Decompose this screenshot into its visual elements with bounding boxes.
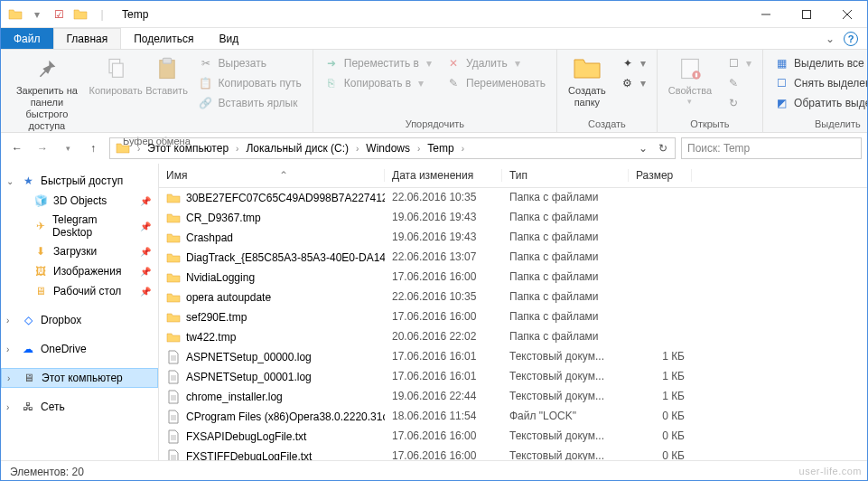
selectall-button[interactable]: ▦Выделить все	[770, 54, 868, 72]
copy-button[interactable]: Копировать	[91, 52, 141, 134]
forward-button[interactable]: →	[32, 137, 53, 159]
breadcrumb-seg[interactable]: Windows	[362, 142, 414, 155]
tree-quickaccess[interactable]: ⌄★Быстрый доступ	[1, 171, 158, 191]
table-row[interactable]: opera autoupdate22.06.2016 10:35Папка с …	[159, 288, 867, 307]
cell-size: 1 КБ	[629, 349, 692, 365]
easyaccess-button[interactable]: ⚙▾	[617, 74, 649, 92]
table-row[interactable]: Crashpad19.06.2016 19:43Папка с файлами	[159, 228, 867, 248]
cell-name: ASPNETSetup_00001.log	[159, 369, 385, 385]
tree-onedrive[interactable]: ›☁OneDrive	[1, 339, 158, 359]
chevron-right-icon[interactable]: ›	[234, 144, 240, 154]
window-controls	[745, 1, 867, 28]
newfolder-button[interactable]: Создать папку	[563, 52, 611, 117]
cell-name: NvidiaLogging	[159, 269, 385, 286]
copypath-button[interactable]: 📋Копировать путь	[195, 74, 305, 92]
newitem-button[interactable]: ✦▾	[617, 54, 649, 72]
chevron-right-icon[interactable]: ›	[6, 316, 15, 325]
pin-button[interactable]: Закрепить на панели быстрого доступа	[6, 52, 88, 134]
properties-button[interactable]: Свойства ▾	[663, 52, 717, 117]
cut-button[interactable]: ✂Вырезать	[195, 54, 305, 72]
invert-button[interactable]: ◩Обратить выделение	[770, 94, 868, 112]
sidebar-item[interactable]: ✈Telegram Desktop📌	[1, 211, 158, 241]
back-button[interactable]: ←	[6, 137, 28, 159]
status-bar: Элементов: 20	[1, 460, 867, 481]
pasteshortcut-button[interactable]: 🔗Вставить ярлык	[195, 94, 305, 112]
folder-icon: ✈	[33, 219, 47, 233]
sidebar-item[interactable]: 🖼Изображения📌	[1, 261, 158, 281]
maximize-button[interactable]	[786, 1, 826, 28]
properties-icon	[676, 54, 705, 83]
breadcrumb-seg[interactable]: Локальный диск (C:)	[242, 142, 352, 155]
breadcrumb-seg[interactable]: Этот компьютер	[144, 142, 232, 155]
delete-button[interactable]: ✕Удалить▾	[443, 54, 549, 72]
paste-icon	[153, 54, 182, 83]
table-row[interactable]: ASPNETSetup_00001.log17.06.2016 16:01Тек…	[159, 367, 867, 387]
up-button[interactable]: ↑	[82, 137, 104, 159]
table-row[interactable]: tw422.tmp20.06.2016 22:02Папка с файлами	[159, 327, 867, 347]
chevron-right-icon[interactable]: ›	[6, 344, 15, 354]
help-icon[interactable]: ?	[844, 32, 858, 46]
cell-date: 17.06.2016 16:00	[385, 309, 502, 325]
ribbon-expand-icon[interactable]: ⌄	[826, 33, 835, 45]
refresh-button[interactable]: ↻	[653, 142, 673, 155]
table-row[interactable]: NvidiaLogging17.06.2016 16:00Папка с фай…	[159, 268, 867, 288]
chevron-right-icon[interactable]: ›	[135, 144, 142, 154]
moveto-button[interactable]: ➜Переместить в▾	[321, 54, 435, 72]
history-button[interactable]: ↻	[723, 94, 755, 112]
tab-file[interactable]: Файл	[1, 28, 53, 49]
tree-network[interactable]: ›🖧Сеть	[1, 397, 158, 417]
minimize-button[interactable]	[745, 1, 786, 28]
search-input[interactable]: Поиск: Temp	[681, 137, 862, 159]
table-row[interactable]: FXSTIFFDebugLogFile.txt17.06.2016 16:00Т…	[159, 447, 867, 460]
cell-date: 17.06.2016 16:00	[385, 269, 502, 286]
chevron-right-icon[interactable]: ›	[7, 373, 16, 383]
tab-home[interactable]: Главная	[53, 28, 122, 49]
file-icon	[166, 449, 181, 460]
file-icon	[166, 429, 181, 444]
table-row[interactable]: chrome_installer.log19.06.2016 22:44Текс…	[159, 387, 867, 407]
selectnone-button[interactable]: ☐Снять выделение	[770, 74, 868, 92]
col-type[interactable]: Тип	[502, 169, 629, 182]
chevron-right-icon[interactable]: ›	[354, 144, 360, 154]
tree-thispc[interactable]: ›🖥Этот компьютер	[1, 368, 158, 388]
chevron-down-icon[interactable]: ⌄	[6, 176, 15, 186]
folder-icon	[71, 5, 89, 24]
ribbon: Закрепить на панели быстрого доступа Коп…	[1, 50, 867, 133]
table-row[interactable]: 30BE27EFC07C65C49AD998B7A227412F-S...22.…	[159, 188, 867, 208]
dropbox-icon: ◇	[21, 313, 35, 327]
table-row[interactable]: ASPNETSetup_00000.log17.06.2016 16:01Тек…	[159, 347, 867, 367]
col-name[interactable]: Имя⌃	[159, 169, 385, 182]
sidebar-item[interactable]: 🧊3D Objects📌	[1, 191, 158, 211]
table-row[interactable]: CProgram Files (x86)Opera38.0.2220.31op.…	[159, 407, 867, 427]
qat-check-icon[interactable]: ☑	[50, 5, 68, 24]
qat-down-icon[interactable]: ▾	[28, 5, 46, 24]
sidebar-item[interactable]: ⬇Загрузки📌	[1, 241, 158, 261]
cell-name: 30BE27EFC07C65C49AD998B7A227412F-S...	[159, 190, 385, 206]
chevron-right-icon[interactable]: ›	[6, 402, 15, 412]
table-row[interactable]: CR_D9367.tmp19.06.2016 19:43Папка с файл…	[159, 208, 867, 228]
chevron-right-icon[interactable]: ›	[415, 144, 422, 154]
file-icon	[166, 350, 181, 364]
sidebar-item[interactable]: 🖥Рабочий стол📌	[1, 281, 158, 301]
breadcrumb-seg[interactable]: Temp	[424, 142, 457, 155]
col-date[interactable]: Дата изменения	[385, 169, 502, 182]
col-size[interactable]: Размер	[629, 169, 692, 182]
recent-button[interactable]: ▾	[57, 137, 79, 159]
paste-button[interactable]: Вставить	[145, 52, 190, 134]
rename-button[interactable]: ✎Переименовать	[443, 74, 549, 92]
chevron-right-icon[interactable]: ›	[460, 144, 466, 154]
tab-view[interactable]: Вид	[206, 28, 251, 49]
table-row[interactable]: sef290E.tmp17.06.2016 16:00Папка с файла…	[159, 307, 867, 327]
close-button[interactable]	[826, 1, 867, 28]
addr-dropdown-icon[interactable]: ⌄	[633, 142, 653, 155]
copyto-button[interactable]: ⎘Копировать в▾	[321, 74, 435, 92]
file-icon	[166, 390, 181, 404]
open-button[interactable]: ☐▾	[723, 54, 755, 72]
table-row[interactable]: DiagTrack_{E85C85A3-85A3-40E0-DA14-...22…	[159, 248, 867, 268]
tab-share[interactable]: Поделиться	[121, 28, 206, 49]
cell-size	[629, 210, 692, 226]
table-row[interactable]: FXSAPIDebugLogFile.txt17.06.2016 16:00Те…	[159, 427, 867, 447]
tree-dropbox[interactable]: ›◇Dropbox	[1, 310, 158, 330]
address-bar[interactable]: › Этот компьютер › Локальный диск (C:) ›…	[109, 137, 676, 159]
edit-button[interactable]: ✎	[723, 74, 755, 92]
